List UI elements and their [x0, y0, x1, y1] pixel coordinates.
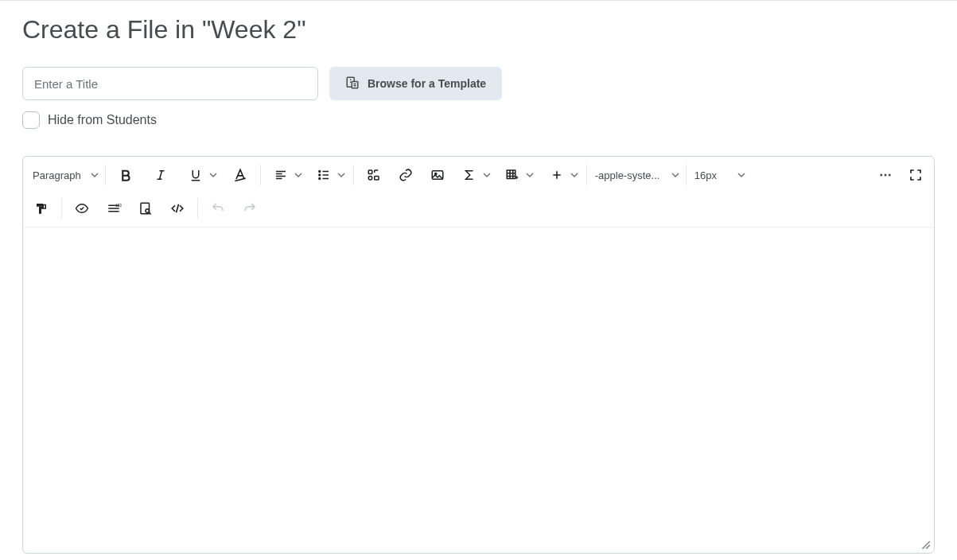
- hide-from-students-checkbox[interactable]: [22, 111, 40, 129]
- link-button[interactable]: [394, 163, 418, 187]
- title-input[interactable]: [22, 67, 318, 100]
- create-file-page: Create a File in "Week 2" Browse for a T…: [0, 2, 957, 560]
- format-painter-button[interactable]: [29, 196, 53, 220]
- rich-text-editor: Paragraph: [22, 156, 935, 554]
- svg-rect-11: [507, 170, 515, 179]
- image-button[interactable]: [426, 163, 449, 187]
- align-button[interactable]: [269, 163, 293, 187]
- resize-handle[interactable]: [920, 539, 931, 550]
- template-icon: [345, 76, 360, 92]
- chevron-down-icon: [671, 169, 679, 181]
- chevron-down-icon[interactable]: [294, 168, 302, 182]
- page-title: Create a File in "Week 2": [22, 15, 935, 45]
- table-button[interactable]: [500, 163, 524, 187]
- svg-rect-6: [368, 170, 372, 174]
- accessibility-check-button[interactable]: [70, 196, 94, 220]
- redo-button[interactable]: [238, 196, 262, 220]
- svg-point-5: [319, 178, 321, 180]
- font-color-button[interactable]: [228, 163, 252, 187]
- insert-stuff-button[interactable]: [362, 163, 386, 187]
- equation-button[interactable]: [457, 163, 481, 187]
- list-button[interactable]: [312, 163, 336, 187]
- chevron-down-icon: [91, 169, 99, 181]
- paragraph-style-select[interactable]: Paragraph: [29, 169, 103, 181]
- svg-point-4: [319, 174, 321, 176]
- underline-button[interactable]: [184, 163, 208, 187]
- chevron-down-icon[interactable]: [570, 168, 578, 182]
- svg-point-12: [880, 174, 882, 177]
- editor-content-area[interactable]: [23, 227, 934, 553]
- fullscreen-button[interactable]: [904, 163, 928, 187]
- bold-button[interactable]: [114, 163, 138, 187]
- svg-rect-1: [352, 81, 358, 88]
- svg-point-7: [368, 177, 372, 181]
- svg-rect-8: [374, 177, 378, 181]
- svg-point-3: [319, 171, 321, 173]
- hide-from-students-label: Hide from Students: [48, 113, 157, 127]
- chevron-down-icon: [737, 169, 745, 181]
- svg-text:123: 123: [115, 204, 122, 208]
- preview-button[interactable]: [134, 196, 158, 220]
- svg-point-17: [146, 209, 150, 213]
- browse-template-button[interactable]: Browse for a Template: [329, 67, 502, 100]
- insert-more-button[interactable]: [545, 163, 569, 187]
- word-count-button[interactable]: 123: [102, 196, 126, 220]
- source-code-button[interactable]: [165, 196, 189, 220]
- font-size-select[interactable]: 16px: [688, 169, 750, 181]
- italic-button[interactable]: [149, 163, 173, 187]
- chevron-down-icon[interactable]: [526, 168, 534, 182]
- svg-point-14: [889, 174, 891, 177]
- more-actions-button[interactable]: [873, 163, 897, 187]
- svg-point-13: [885, 174, 887, 177]
- browse-template-label: Browse for a Template: [368, 77, 486, 90]
- undo-button[interactable]: [206, 196, 230, 220]
- chevron-down-icon[interactable]: [483, 168, 491, 182]
- chevron-down-icon[interactable]: [209, 168, 217, 182]
- font-family-select[interactable]: -apple-syste...: [589, 169, 684, 181]
- chevron-down-icon[interactable]: [337, 168, 345, 182]
